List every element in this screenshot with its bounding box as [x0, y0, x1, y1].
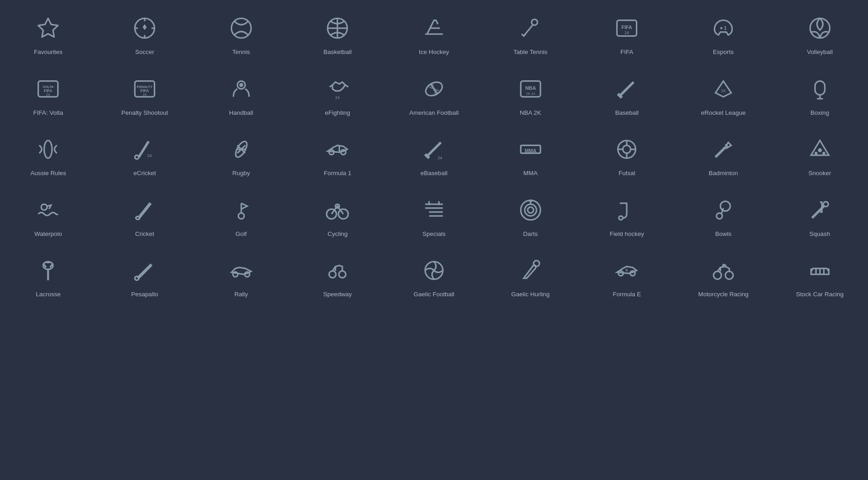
futsal-icon: [612, 135, 641, 164]
sport-item-fifa[interactable]: FIFA24FIFA: [579, 5, 675, 65]
svg-rect-30: [815, 81, 825, 94]
pesapallo-label: Pesapallo: [131, 290, 158, 299]
nba2k-label: NBA 2K: [520, 109, 541, 117]
svg-text:24: 24: [143, 93, 146, 97]
sport-item-tennis[interactable]: Tennis: [193, 5, 289, 65]
ebaseball-icon: 24: [419, 135, 449, 164]
sport-item-table-tennis[interactable]: Table Tennis: [482, 5, 579, 65]
sport-item-darts[interactable]: Darts: [482, 186, 579, 247]
svg-point-48: [814, 152, 818, 155]
sport-item-formula-e[interactable]: EFormula E: [579, 247, 675, 308]
sport-item-penalty-shootout[interactable]: PENALTYFIFA24Penalty Shootout: [97, 65, 193, 126]
sport-item-cricket[interactable]: Cricket: [97, 186, 193, 247]
svg-point-72: [329, 271, 336, 278]
sport-item-handball[interactable]: Handball: [193, 65, 289, 126]
formula-e-label: Formula E: [613, 290, 641, 299]
sport-item-waterpolo[interactable]: Waterpolo: [0, 186, 97, 247]
sport-item-basketball[interactable]: Basketball: [289, 5, 386, 65]
sport-item-cycling[interactable]: Cycling: [289, 186, 386, 247]
sport-item-nba2k[interactable]: NBA2K 24NBA 2K: [482, 65, 579, 126]
svg-point-79: [713, 271, 721, 279]
sport-item-golf[interactable]: Golf: [193, 186, 289, 247]
favourites-icon: [34, 14, 63, 43]
golf-icon: [227, 196, 256, 225]
svg-point-73: [339, 271, 346, 278]
svg-text:2K 24: 2K 24: [526, 92, 535, 96]
sport-item-pesapallo[interactable]: Pesapallo: [97, 247, 193, 308]
sport-item-fifa-volta[interactable]: VOLTAFIFA24FIFA: Volta: [0, 65, 97, 126]
handball-label: Handball: [229, 109, 253, 117]
sport-item-ice-hockey[interactable]: Ice Hockey: [386, 5, 483, 65]
ice-hockey-label: Ice Hockey: [419, 48, 449, 56]
sport-item-efighting[interactable]: 24eFighting: [289, 65, 386, 126]
boxing-label: Boxing: [810, 109, 829, 117]
sport-item-stock-car-racing[interactable]: Stock Car Racing: [771, 247, 868, 308]
sport-item-snooker[interactable]: Snooker: [771, 126, 868, 186]
svg-point-5: [532, 20, 537, 25]
sport-item-field-hockey[interactable]: Field hockey: [579, 186, 675, 247]
formula1-label: Formula 1: [324, 169, 351, 177]
svg-text:MMA: MMA: [525, 148, 536, 153]
badminton-label: Badminton: [709, 169, 738, 177]
sport-item-badminton[interactable]: Badminton: [675, 126, 772, 186]
baseball-label: Baseball: [615, 109, 639, 117]
sport-item-speedway[interactable]: Speedway: [289, 247, 386, 308]
waterpolo-icon: [34, 196, 63, 225]
sport-item-mma[interactable]: MMAMMA: [482, 126, 579, 186]
volleyball-label: Volleyball: [807, 48, 833, 56]
svg-point-65: [823, 201, 828, 206]
sport-item-specials[interactable]: Specials: [386, 186, 483, 247]
sport-item-gaelic-football[interactable]: Gaelic Football: [386, 247, 483, 308]
sport-item-squash[interactable]: Squash: [771, 186, 868, 247]
penalty-shootout-label: Penalty Shootout: [122, 109, 168, 117]
sport-item-soccer[interactable]: Soccer: [97, 5, 193, 65]
sport-item-futsal[interactable]: Futsal: [579, 126, 675, 186]
sport-item-esports[interactable]: Esports: [675, 5, 772, 65]
sport-item-favourites[interactable]: Favourites: [0, 5, 97, 65]
formula1-icon: [323, 135, 352, 164]
soccer-label: Soccer: [135, 48, 154, 56]
table-tennis-label: Table Tennis: [513, 48, 547, 56]
sport-item-formula1[interactable]: Formula 1: [289, 126, 386, 186]
svg-point-52: [136, 216, 140, 220]
svg-point-21: [239, 83, 243, 87]
speedway-icon: [323, 256, 352, 285]
golf-label: Golf: [235, 230, 247, 238]
sport-item-rugby[interactable]: Rugby: [193, 126, 289, 186]
specials-label: Specials: [422, 230, 445, 238]
sport-item-aussie-rules[interactable]: Aussie Rules: [0, 126, 97, 186]
svg-point-9: [725, 26, 726, 28]
aussie-rules-label: Aussie Rules: [30, 169, 66, 177]
svg-point-70: [233, 272, 238, 277]
sport-item-lacrosse[interactable]: Lacrosse: [0, 247, 97, 308]
motorcycle-racing-label: Motorcycle Racing: [698, 290, 748, 299]
sport-item-erocket-league[interactable]: 24eRocket League: [675, 65, 772, 126]
bowls-icon: [709, 196, 738, 225]
sport-item-gaelic-hurling[interactable]: Gaelic Hurling: [482, 247, 579, 308]
sport-item-motorcycle-racing[interactable]: Motorcycle Racing: [675, 247, 772, 308]
sport-item-bowls[interactable]: Bowls: [675, 186, 772, 247]
sport-item-boxing[interactable]: Boxing: [771, 65, 868, 126]
gaelic-hurling-icon: [516, 256, 545, 285]
cycling-icon: [323, 196, 352, 225]
svg-text:24: 24: [625, 30, 629, 35]
american-football-icon: [419, 74, 449, 103]
sport-item-baseball[interactable]: Baseball: [579, 65, 675, 126]
svg-point-47: [818, 148, 822, 152]
snooker-label: Snooker: [809, 169, 831, 177]
mma-label: MMA: [523, 169, 538, 177]
boxing-icon: [805, 74, 834, 103]
squash-label: Squash: [809, 230, 830, 238]
speedway-label: Speedway: [323, 290, 352, 299]
sport-item-volleyball[interactable]: Volleyball: [771, 5, 868, 65]
sport-item-ecricket[interactable]: 24eCricket: [97, 126, 193, 186]
baseball-icon: [612, 74, 641, 103]
svg-text:FIFA: FIFA: [141, 88, 150, 93]
waterpolo-label: Waterpolo: [34, 230, 62, 238]
field-hockey-label: Field hockey: [610, 230, 644, 238]
svg-text:FIFA: FIFA: [44, 88, 53, 93]
sport-item-american-football[interactable]: American Football: [386, 65, 483, 126]
ice-hockey-icon: [419, 14, 449, 43]
sport-item-ebaseball[interactable]: 24eBaseball: [386, 126, 483, 186]
sport-item-rally[interactable]: Rally: [193, 247, 289, 308]
